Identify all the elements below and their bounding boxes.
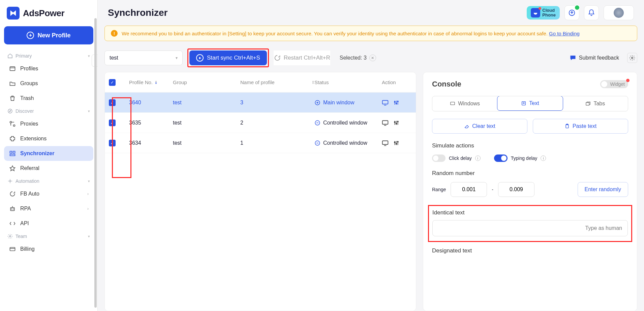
section-automation[interactable]: Automation ▾ (4, 176, 93, 186)
typing-delay-toggle[interactable] (494, 154, 508, 162)
sidebar-item-fbauto[interactable]: FB Auto › (4, 186, 93, 201)
security-alert: ! We recommend you to bind an authentica… (104, 26, 637, 41)
group-select[interactable]: test ▾ (104, 50, 183, 65)
proxies-icon (9, 120, 16, 128)
sliders-icon[interactable] (393, 120, 399, 126)
cell-name: 1 (240, 140, 314, 146)
monitor-icon[interactable] (382, 100, 389, 106)
sidebar-item-rpa[interactable]: RPA › (4, 201, 93, 216)
sliders-icon[interactable] (393, 100, 399, 106)
click-delay-toggle[interactable] (432, 154, 446, 162)
api-icon (9, 220, 16, 227)
cloud-phone-button[interactable]: Cloud Phone (527, 6, 560, 20)
avatar-button[interactable] (604, 5, 634, 20)
section-team[interactable]: Team ▾ (4, 231, 93, 242)
range-min-input[interactable] (451, 182, 487, 197)
cell-group: test (173, 120, 240, 126)
section-discover[interactable]: Discover ▾ (4, 106, 93, 116)
info-icon[interactable]: i (475, 156, 481, 161)
cell-group: test (173, 100, 240, 106)
sidebar-item-trash[interactable]: Trash (4, 91, 93, 106)
sidebar-item-profiles[interactable]: Profiles (4, 61, 93, 76)
sidebar-item-billing[interactable]: Billing (4, 242, 93, 256)
new-profile-button[interactable]: + New Profile (4, 26, 93, 44)
sidebar-item-synchronizer[interactable]: Synchronizer (4, 146, 93, 161)
svg-rect-13 (10, 247, 15, 251)
cell-action (382, 140, 416, 146)
cell-profile-no: 3634 (129, 140, 173, 146)
row-checkbox[interactable]: ✓ (109, 99, 116, 106)
start-sync-button[interactable]: Start sync Ctrl+Alt+S (189, 50, 267, 65)
page-title: Synchronizer (108, 7, 167, 18)
col-profile-no[interactable]: Profile No. ▲▼ (129, 79, 173, 85)
folder-icon (9, 80, 16, 87)
table-row[interactable]: ✓ 3635 test 2 Controlled window (105, 113, 416, 133)
col-status: Status (314, 79, 382, 85)
svg-point-43 (397, 141, 398, 142)
tab-windows[interactable]: Windows (432, 96, 497, 111)
monitor-icon[interactable] (382, 120, 389, 126)
sort-icon: ▲▼ (155, 80, 157, 84)
chevron-down-icon: ▾ (88, 109, 90, 113)
section-primary[interactable]: Primary ▾ (4, 50, 93, 61)
sidebar-item-referral[interactable]: Referral (4, 161, 93, 176)
sidebar-item-proxies[interactable]: Proxies (4, 116, 93, 131)
table-row[interactable]: ✓ 3640 test 3 Main window (105, 93, 416, 113)
sidebar-item-api[interactable]: API (4, 216, 93, 231)
warning-icon: ! (111, 30, 118, 37)
info-icon[interactable]: i (541, 156, 546, 161)
settings-button[interactable] (627, 53, 637, 63)
window-icon (314, 120, 320, 126)
monitor-icon[interactable] (382, 140, 389, 146)
logo[interactable]: AdsPower (4, 7, 93, 25)
upload-button[interactable] (564, 5, 579, 20)
alert-text: We recommend you to bind an authenticato… (122, 31, 549, 36)
sidebar-item-groups[interactable]: Groups (4, 76, 93, 91)
table-row[interactable]: ✓ 3634 test 1 Controlled window (105, 133, 416, 153)
row-checkbox[interactable]: ✓ (109, 140, 116, 146)
cell-status: Controlled window (314, 140, 382, 146)
notifications-button[interactable] (584, 5, 599, 20)
chevron-down-icon: ▾ (88, 234, 90, 239)
tab-tabs[interactable]: Tabs (563, 96, 628, 111)
svg-point-2 (8, 109, 12, 113)
logo-icon (7, 7, 20, 20)
sliders-icon[interactable] (393, 140, 399, 146)
plus-icon: + (27, 32, 34, 39)
bell-icon (588, 9, 595, 16)
svg-point-4 (13, 125, 15, 127)
alert-link[interactable]: Go to Binding (549, 31, 580, 36)
click-delay-label: Click delay (449, 156, 472, 161)
col-action: Action (382, 79, 416, 85)
restart-button[interactable]: Restart Ctrl+Alt+R (274, 50, 330, 65)
sidebar-scrollbar[interactable] (94, 18, 97, 308)
identical-text-input[interactable] (432, 220, 628, 236)
svg-rect-36 (382, 141, 388, 144)
gear-icon (629, 55, 635, 61)
tab-text[interactable]: Text (497, 96, 563, 111)
cell-action (382, 100, 416, 106)
svg-rect-6 (13, 151, 15, 153)
widget-toggle[interactable]: Widget (600, 80, 628, 88)
paste-text-button[interactable]: Paste text (533, 119, 628, 134)
enter-randomly-button[interactable]: Enter randomly (578, 182, 628, 197)
star-icon (9, 165, 16, 172)
text-icon (521, 101, 526, 106)
range-max-input[interactable] (498, 182, 534, 197)
cell-status: Controlled window (314, 120, 382, 126)
svg-rect-18 (382, 100, 388, 104)
clear-text-button[interactable]: Clear text (432, 119, 527, 134)
range-label: Range (432, 187, 446, 192)
submit-feedback-button[interactable]: Submit feedback (570, 55, 619, 61)
main: Synchronizer Cloud Phone (98, 0, 644, 311)
topbar: Synchronizer Cloud Phone (98, 0, 644, 23)
row-checkbox[interactable]: ✓ (109, 119, 116, 126)
automation-icon (7, 178, 13, 184)
windows-icon (450, 101, 455, 106)
svg-point-12 (9, 236, 11, 237)
sidebar-item-extensions[interactable]: Extensions (4, 131, 93, 146)
select-all-checkbox[interactable]: ✓ (109, 79, 116, 86)
col-name[interactable]: Name of profile ▲▼ (240, 79, 314, 85)
cloud-phone-icon (531, 8, 540, 18)
clear-selection-button[interactable]: ✕ (369, 55, 376, 61)
